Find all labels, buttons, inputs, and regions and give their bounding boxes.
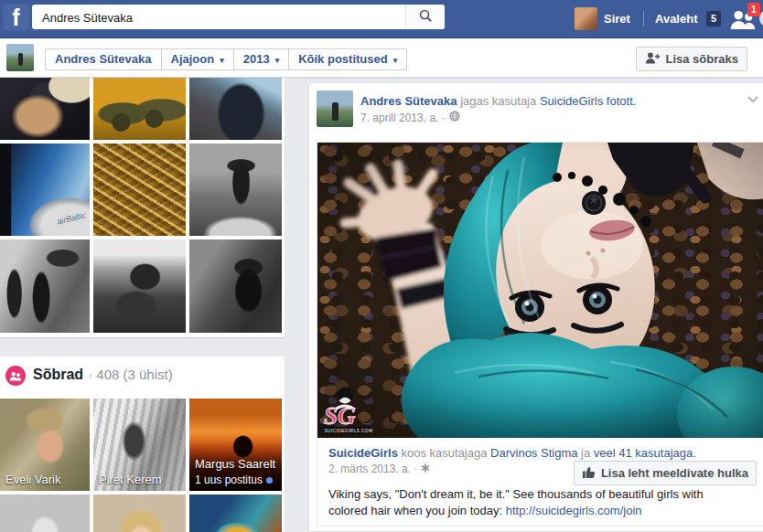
filter-dropdown[interactable]: Kõik postitused — [288, 48, 407, 70]
shared-post-date[interactable]: 2. märts 2013. a. · — [328, 463, 417, 475]
search-icon — [418, 8, 433, 27]
facebook-logo[interactable]: f — [3, 4, 29, 30]
current-user-avatar[interactable] — [575, 7, 597, 30]
friend-tile[interactable]: Eveli Varik — [0, 399, 90, 491]
search-input[interactable] — [40, 5, 401, 31]
photo-tile[interactable] — [93, 144, 186, 236]
home-notification-badge: 5 — [706, 11, 721, 27]
thumbs-up-icon — [582, 465, 596, 482]
shared-post-container: SG SUICIDEGIRLS.COM SuicideGirls koos ka… — [317, 142, 763, 527]
suicidegirls-join-link[interactable]: http://suicidegirls.com/join — [506, 504, 642, 517]
friend-tile[interactable]: Margus Saarelt 1 uus postitus — [189, 399, 282, 491]
conjunction-text: ja — [581, 446, 590, 460]
photo-tile[interactable] — [189, 144, 282, 236]
timeline-nav: Andres Sütevaka Ajajoon 2013 Kõik postit… — [45, 48, 407, 70]
friends-section-card: Sõbrad· 408 (3 ühist) Eveli Varik Piret … — [0, 356, 285, 532]
profile-toolbar: Andres Sütevaka Ajajoon 2013 Kõik postit… — [0, 37, 763, 78]
custom-privacy-icon — [421, 463, 430, 475]
with-text: koos kasutajaga — [402, 446, 488, 460]
post-date[interactable]: 7. aprill 2013. a. · — [360, 112, 446, 124]
post-page-link[interactable]: SuicideGirls — [540, 94, 603, 108]
current-user-name[interactable]: Siret — [604, 12, 630, 26]
friend-tile[interactable] — [0, 495, 90, 532]
shared-photo[interactable]: SG SUICIDEGIRLS.COM — [317, 143, 763, 438]
post-author-avatar[interactable] — [317, 90, 353, 127]
nav-divider — [643, 11, 644, 27]
photos-grid-card: airBaltic — [0, 78, 285, 337]
friend-new-posts-badge: 1 uus postitus — [195, 473, 273, 486]
top-nav-bar: f Siret Avaleht 5 1 — [0, 0, 763, 38]
svg-text:SUICIDEGIRLS.COM: SUICIDEGIRLS.COM — [325, 429, 373, 433]
photo-tile[interactable] — [93, 239, 186, 333]
post-header: Andres Sütevaka jagas kasutaja SuicideGi… — [360, 93, 726, 109]
profile-thumbnail[interactable] — [6, 44, 34, 71]
shared-page-link[interactable]: SuicideGirls — [328, 446, 398, 460]
photo-tile[interactable] — [93, 78, 186, 140]
like-page-button[interactable]: Lisa leht meeldivate hulka — [574, 461, 757, 485]
svg-text:SG: SG — [324, 402, 356, 430]
post-meta: 7. aprill 2013. a. · — [360, 111, 460, 124]
photo-tile[interactable] — [189, 78, 282, 140]
friends-section-title[interactable]: Sõbrad· 408 (3 ühist) — [33, 367, 173, 383]
timeline-dropdown[interactable]: Ajajoon — [161, 48, 234, 70]
friend-name[interactable]: Margus Saarelt — [195, 457, 275, 471]
friend-requests-badge: 1 — [747, 3, 760, 16]
friend-name[interactable]: Eveli Varik — [5, 473, 60, 486]
add-friend-button[interactable]: Lisa sõbraks — [636, 47, 748, 71]
shared-post-byline: SuicideGirls koos kasutajaga Darvinos St… — [317, 438, 763, 461]
search-box — [32, 5, 445, 29]
post-author-link[interactable]: Andres Sütevaka — [360, 94, 457, 108]
profile-name-tab[interactable]: Andres Sütevaka — [45, 48, 162, 70]
post-action-suffix[interactable]: fotott. — [607, 94, 637, 108]
home-link[interactable]: Avaleht — [655, 12, 697, 26]
post-card: Andres Sütevaka jagas kasutaja SuicideGi… — [308, 82, 763, 532]
friend-tile[interactable] — [189, 495, 282, 532]
add-person-icon — [645, 51, 661, 67]
friend-tile[interactable] — [93, 495, 186, 532]
friends-icon — [5, 366, 26, 386]
unread-dot — [266, 477, 273, 484]
photo-tile[interactable] — [0, 239, 90, 333]
friends-count: · 408 (3 ühist) — [88, 367, 173, 382]
globe-icon — [449, 111, 460, 124]
photo-tile[interactable]: airBaltic — [0, 144, 90, 236]
chevron-down-icon — [393, 56, 398, 65]
post-menu-chevron[interactable] — [747, 92, 761, 107]
photo-tile[interactable] — [189, 239, 282, 333]
chevron-down-icon — [220, 56, 224, 65]
post-action-text: jagas kasutaja — [460, 94, 536, 108]
chevron-down-icon — [275, 56, 280, 65]
facebook-page: f Siret Avaleht 5 1 Andres Sütevaka Ajaj… — [0, 0, 763, 532]
friend-name[interactable]: Piret Kerem — [99, 473, 162, 486]
search-button[interactable] — [405, 5, 445, 29]
airbaltic-engine-label: airBaltic — [56, 210, 86, 226]
more-tagged-link[interactable]: veel 41 kasutajaga. — [594, 446, 696, 460]
friend-tile[interactable]: Piret Kerem — [93, 399, 186, 491]
messages-icon[interactable] — [759, 9, 763, 27]
tagged-user-link[interactable]: Darvinos Stigma — [490, 446, 577, 460]
photo-tile[interactable] — [0, 78, 90, 140]
year-dropdown[interactable]: 2013 — [233, 48, 289, 70]
